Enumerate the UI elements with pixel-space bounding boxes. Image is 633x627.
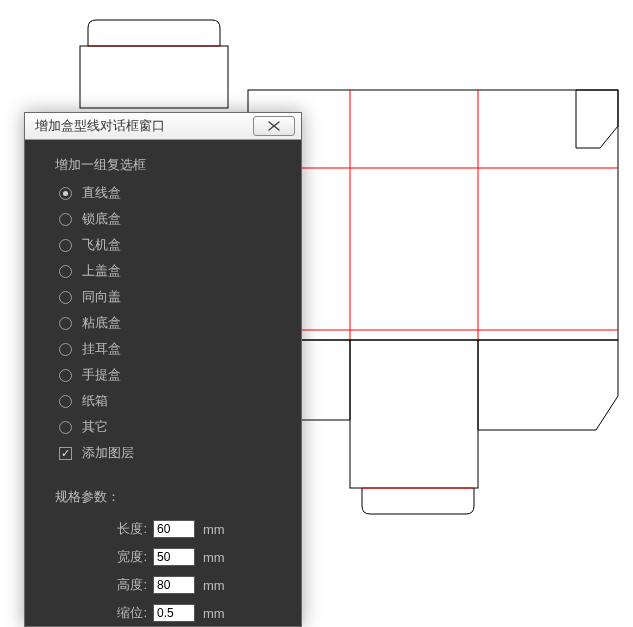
param-label: 宽度: — [55, 548, 147, 566]
options-group-title: 增加一组复选框 — [55, 156, 281, 174]
dialog-titlebar: 增加盒型线对话框窗口 — [25, 113, 301, 140]
param-row-1: 宽度:mm — [55, 548, 281, 566]
spec-params: 长度:mm宽度:mm高度:mm缩位:mm插舌高度:mm粘口宽度:mm — [55, 520, 281, 626]
dialog-title: 增加盒型线对话框窗口 — [35, 117, 165, 135]
radio-option-7[interactable]: 手提盒 — [59, 366, 281, 384]
radio-icon — [59, 291, 72, 304]
radio-icon — [59, 187, 72, 200]
radio-icon — [59, 343, 72, 356]
param-unit: mm — [203, 522, 225, 537]
radio-icon — [59, 317, 72, 330]
svg-rect-2 — [248, 90, 618, 340]
param-label: 缩位: — [55, 604, 147, 622]
radio-icon — [59, 369, 72, 382]
radio-icon — [59, 395, 72, 408]
radio-option-0[interactable]: 直线盒 — [59, 184, 281, 202]
option-label: 飞机盒 — [82, 236, 121, 254]
option-label: 锁底盒 — [82, 210, 121, 228]
param-label: 高度: — [55, 576, 147, 594]
param-unit: mm — [203, 606, 225, 621]
radio-option-5[interactable]: 粘底盒 — [59, 314, 281, 332]
radio-option-1[interactable]: 锁底盒 — [59, 210, 281, 228]
param-row-2: 高度:mm — [55, 576, 281, 594]
param-row-0: 长度:mm — [55, 520, 281, 538]
radio-option-3[interactable]: 上盖盒 — [59, 262, 281, 280]
param-input-1[interactable] — [153, 548, 195, 566]
param-input-3[interactable] — [153, 604, 195, 622]
radio-icon — [59, 239, 72, 252]
radio-option-8[interactable]: 纸箱 — [59, 392, 281, 410]
radio-option-9[interactable]: 其它 — [59, 418, 281, 436]
close-button[interactable] — [253, 116, 295, 136]
option-label: 手提盒 — [82, 366, 121, 384]
dialog-body: 增加一组复选框 直线盒锁底盒飞机盒上盖盒同向盖粘底盒挂耳盒手提盒纸箱其它添加图层… — [25, 140, 301, 626]
checkbox-option-10[interactable]: 添加图层 — [59, 444, 281, 462]
radio-icon — [59, 265, 72, 278]
radio-option-6[interactable]: 挂耳盒 — [59, 340, 281, 358]
option-label: 直线盒 — [82, 184, 121, 202]
radio-option-4[interactable]: 同向盖 — [59, 288, 281, 306]
option-label: 粘底盒 — [82, 314, 121, 332]
svg-rect-1 — [80, 46, 228, 108]
option-label: 挂耳盒 — [82, 340, 121, 358]
box-type-options: 直线盒锁底盒飞机盒上盖盒同向盖粘底盒挂耳盒手提盒纸箱其它添加图层 — [59, 184, 281, 462]
param-row-3: 缩位:mm — [55, 604, 281, 622]
option-label: 其它 — [82, 418, 108, 436]
option-label: 上盖盒 — [82, 262, 121, 280]
param-input-2[interactable] — [153, 576, 195, 594]
param-label: 长度: — [55, 520, 147, 538]
option-label: 添加图层 — [82, 444, 134, 462]
param-unit: mm — [203, 578, 225, 593]
option-label: 同向盖 — [82, 288, 121, 306]
checkbox-icon — [59, 447, 72, 460]
radio-option-2[interactable]: 飞机盒 — [59, 236, 281, 254]
radio-icon — [59, 213, 72, 226]
params-title: 规格参数： — [55, 488, 281, 506]
param-input-0[interactable] — [153, 520, 195, 538]
option-label: 纸箱 — [82, 392, 108, 410]
close-icon — [267, 121, 281, 131]
svg-rect-7 — [350, 340, 478, 488]
radio-icon — [59, 421, 72, 434]
add-box-line-dialog: 增加盒型线对话框窗口 增加一组复选框 直线盒锁底盒飞机盒上盖盒同向盖粘底盒挂耳盒… — [24, 112, 302, 627]
param-unit: mm — [203, 550, 225, 565]
